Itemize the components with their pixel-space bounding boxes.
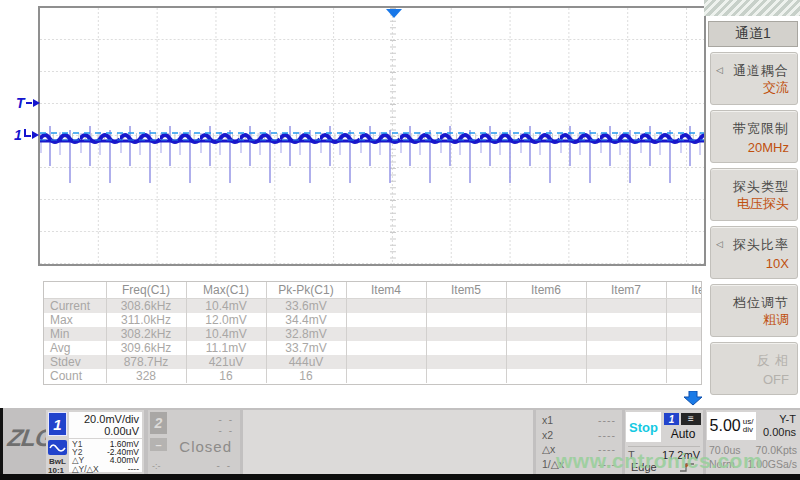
- channel1-status-block[interactable]: 1 20.0mV/div 0.00uV BwL 10:1 Y11.60mV Y2…: [46, 410, 144, 474]
- delta-x-label: △x: [542, 442, 555, 457]
- menu-item-value: 电压探头: [737, 195, 789, 213]
- trigger-source-badge: 1: [664, 413, 679, 425]
- cell: [586, 298, 666, 313]
- arrow-head-icon: [33, 99, 40, 107]
- channel2-offset-placeholder: - -: [219, 425, 234, 436]
- trigger-delay: 0.00ns: [763, 426, 796, 439]
- cell: 421uV: [186, 355, 266, 369]
- cell: 10.4mV: [186, 298, 266, 313]
- row-label: Min: [44, 327, 106, 341]
- cell: 12.0mV: [186, 313, 266, 327]
- menu-item-value: 粗调: [763, 311, 789, 329]
- arrow-head-icon: [32, 131, 39, 139]
- cell: [426, 327, 506, 341]
- cell: 878.7Hz: [106, 355, 186, 369]
- trigger-position-marker[interactable]: [386, 9, 402, 18]
- cell: 16: [266, 369, 346, 383]
- menu-item-probe-type[interactable]: 探头类型 电压探头: [710, 168, 798, 221]
- cell: [426, 298, 506, 313]
- menu-item-scale-adjust[interactable]: 档位调节 粗调: [710, 284, 798, 337]
- ground-icon: [24, 129, 31, 137]
- menu-item-bandwidth-limit[interactable]: 带宽限制 20MHz: [710, 110, 798, 163]
- channel2-status-block[interactable]: 2 - - - - – Closed -:- - -: [148, 410, 240, 474]
- trigger-level-marker[interactable]: T: [16, 95, 40, 111]
- channel1-trace: [40, 8, 704, 264]
- x2-value: ----: [598, 428, 616, 443]
- cell: [586, 313, 666, 327]
- cell: [346, 341, 426, 355]
- cell: [426, 369, 506, 383]
- channel-menu-sidebar: 通道1 ◁ 通道耦合 交流 带宽限制 20MHz 探头类型 电压探头 ◁ 探头比…: [706, 18, 800, 412]
- menu-item-label: 探头比率: [733, 236, 789, 254]
- header-cell: Item7: [586, 282, 666, 298]
- cell: [506, 327, 586, 341]
- timebase-scale-box: 5.00 us/ div: [707, 412, 756, 440]
- cell: [586, 341, 666, 355]
- x1-value: ----: [598, 413, 616, 428]
- row-label: Count: [44, 369, 106, 383]
- cell: [586, 369, 666, 383]
- timebase-scale: 5.00: [710, 417, 741, 435]
- cell: 308.2kHz: [106, 327, 186, 341]
- menu-item-label: 通道耦合: [733, 62, 789, 80]
- bandwidth-limit-indicator: BwL: [49, 457, 66, 466]
- cell: [506, 355, 586, 369]
- channel1-ground-marker[interactable]: 1: [14, 127, 39, 143]
- table-scroll-down-arrow-icon[interactable]: [683, 391, 703, 406]
- menu-item-invert: 反 相 OFF: [710, 342, 798, 395]
- menu-item-value: 10X: [766, 256, 789, 271]
- channel1-marker-label: 1: [14, 127, 22, 143]
- trigger-coupling-icon: ≡: [681, 413, 701, 425]
- cell: [586, 355, 666, 369]
- channel1-badge: 1: [48, 412, 67, 436]
- cell: 16: [186, 369, 266, 383]
- table-header-row: Freq(C1) Max(C1) Pk-Pk(C1) Item4 Item5 I…: [44, 282, 702, 298]
- cell: [666, 298, 702, 313]
- row-label: Stdev: [44, 355, 106, 369]
- header-cell: Item4: [346, 282, 426, 298]
- trigger-level-label: T: [16, 95, 25, 111]
- cell: 311.0kHz: [106, 313, 186, 327]
- cell: 33.6mV: [266, 298, 346, 313]
- x1-label: x1: [542, 413, 553, 428]
- cell: [666, 327, 702, 341]
- menu-item-value: 交流: [763, 79, 789, 97]
- cell: 10.4mV: [186, 327, 266, 341]
- cell: 308.6kHz: [106, 298, 186, 313]
- table-row: Current 308.6kHz 10.4mV 33.6mV: [44, 298, 702, 313]
- channel2-coupling-placeholder: –: [150, 438, 167, 451]
- channel2-ratio-placeholder: -:-: [152, 461, 161, 471]
- channel2-badge: 2: [150, 412, 167, 434]
- header-cell: Pk-Pk(C1): [266, 282, 346, 298]
- menu-item-probe-ratio[interactable]: ◁ 探头比率 10X: [710, 226, 798, 279]
- cell: 32.8mV: [266, 327, 346, 341]
- header-cell: Item5: [426, 282, 506, 298]
- cell: [666, 313, 702, 327]
- cell: 11.1mV: [186, 341, 266, 355]
- cell: [506, 341, 586, 355]
- timebase-unit-bottom: div: [743, 425, 753, 434]
- statusbar-empty-panel: [243, 410, 533, 474]
- row-label: Current: [44, 298, 106, 313]
- chevron-left-icon: ◁: [716, 65, 723, 75]
- menu-item-label: 探头类型: [733, 178, 789, 196]
- display-mode-delay: Y-T 0.00ns: [763, 413, 796, 439]
- menu-item-label: 反 相: [756, 352, 789, 370]
- table-row: Max 311.0kHz 12.0mV 34.4mV: [44, 313, 702, 327]
- run-state-indicator: Stop: [626, 412, 661, 442]
- cell: [426, 341, 506, 355]
- row-label: Avg: [44, 341, 106, 355]
- channel1-offset: 0.00uV: [72, 425, 139, 437]
- cell: 444uV: [266, 355, 346, 369]
- ac-coupling-icon: [48, 440, 67, 455]
- watermark: www.cntronics.com: [556, 449, 762, 473]
- menu-item-value: 20MHz: [748, 140, 789, 155]
- timebase-unit: us/ div: [743, 418, 754, 434]
- cell: [586, 327, 666, 341]
- cell: 309.6kHz: [106, 341, 186, 355]
- menu-item-coupling[interactable]: ◁ 通道耦合 交流: [710, 52, 798, 105]
- arrow-line: [26, 102, 32, 104]
- trigger-mode: Auto: [664, 427, 702, 441]
- cell: [506, 313, 586, 327]
- trigger-source-badges: 1 ≡: [664, 413, 701, 425]
